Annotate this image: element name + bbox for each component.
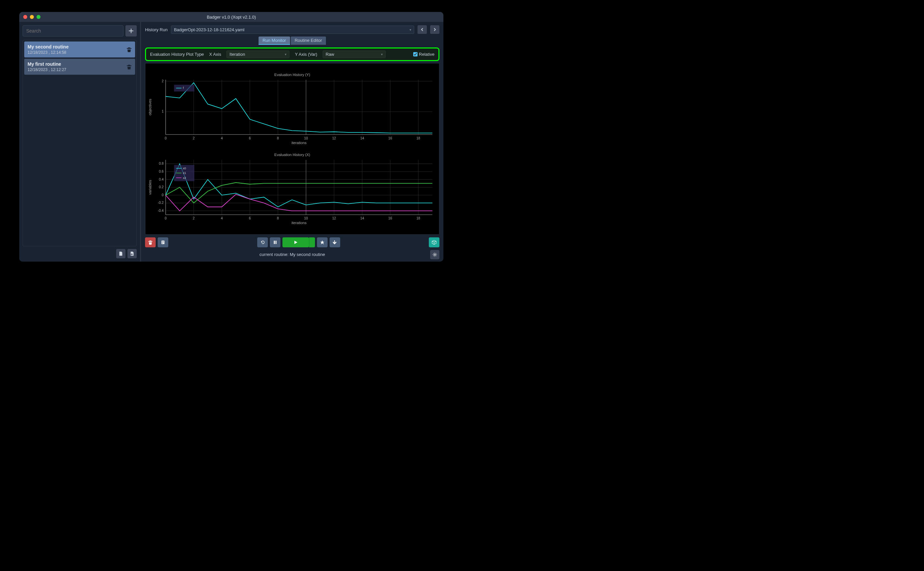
svg-text:variables: variables (148, 180, 152, 194)
plot-controls: Evaluation History Plot Type X Axis Iter… (145, 48, 439, 61)
monitor-panel: Evaluation History Plot Type X Axis Iter… (145, 48, 439, 248)
svg-text:16: 16 (388, 216, 392, 220)
svg-text:18: 18 (417, 136, 420, 140)
svg-text:6: 6 (249, 216, 251, 220)
history-run-select[interactable]: BadgerOpt-2023-12-18-121624.yaml ▾ (171, 26, 414, 34)
routine-name: My first routine (28, 62, 66, 67)
window-title: Badger v1.0 (Xopt v2.1.0) (19, 15, 444, 20)
svg-text:12: 12 (332, 216, 336, 220)
export-data-button[interactable] (429, 238, 439, 247)
x-axis-label: X Axis (209, 52, 221, 57)
svg-text:x0: x0 (183, 167, 186, 170)
svg-text:18: 18 (417, 216, 420, 220)
chevron-down-icon: ▾ (285, 52, 286, 56)
star-icon (320, 240, 325, 245)
routine-date: 12/18/2023 , 12:12:27 (28, 67, 66, 72)
svg-text:2: 2 (162, 79, 164, 83)
routine-item[interactable]: My first routine 12/18/2023 , 12:12:27 (24, 59, 135, 75)
search-input[interactable] (23, 25, 123, 37)
reset-button[interactable] (257, 238, 268, 247)
svg-text:-0.2: -0.2 (158, 201, 164, 205)
play-icon (293, 240, 298, 245)
svg-text:x1: x1 (183, 171, 186, 174)
status-bar: current routine: My second routine (145, 251, 439, 258)
svg-text:8: 8 (277, 136, 279, 140)
relative-checkbox-input[interactable] (413, 52, 417, 56)
titlebar: Badger v1.0 (Xopt v2.1.0) (19, 12, 444, 22)
pause-icon (273, 240, 277, 244)
routine-item[interactable]: My second routine 12/18/2023 , 12:14:58 (24, 42, 135, 57)
trash-icon (148, 240, 152, 245)
svg-rect-82 (276, 241, 276, 244)
svg-text:4: 4 (221, 216, 223, 220)
svg-text:0.4: 0.4 (159, 177, 164, 181)
svg-text:0.2: 0.2 (159, 185, 164, 189)
history-run-label: History Run (145, 27, 168, 32)
svg-point-83 (434, 254, 436, 255)
tab-run-monitor[interactable]: Run Monitor (259, 37, 290, 45)
file-up-icon (130, 251, 134, 256)
svg-text:2: 2 (193, 136, 195, 140)
relative-checkbox[interactable]: Relative (413, 52, 434, 57)
main-area: My second routine 12/18/2023 , 12:14:58 … (19, 22, 444, 262)
content: History Run BadgerOpt-2023-12-18-121624.… (141, 22, 444, 262)
pause-button[interactable] (270, 238, 280, 247)
plus-icon (128, 28, 134, 34)
svg-text:f: f (183, 86, 184, 90)
arrow-down-icon (333, 240, 337, 245)
export-button[interactable] (116, 249, 125, 258)
run-button[interactable] (282, 238, 309, 247)
svg-rect-81 (274, 241, 275, 244)
svg-text:iterations: iterations (291, 221, 306, 225)
evaluation-history-chart: Evaluation History (Y)02468101214161812i… (145, 63, 439, 235)
delete-run-button[interactable] (145, 238, 156, 247)
svg-text:objectives: objectives (148, 99, 152, 115)
svg-text:Evaluation History (Y): Evaluation History (Y) (274, 73, 310, 77)
svg-text:6: 6 (249, 136, 251, 140)
x-axis-select[interactable]: Iteration▾ (226, 51, 290, 58)
svg-text:16: 16 (388, 136, 392, 140)
svg-text:2: 2 (193, 216, 195, 220)
svg-text:iterations: iterations (291, 141, 306, 145)
svg-text:0: 0 (165, 216, 166, 220)
box-icon (432, 240, 436, 245)
plot-area[interactable]: Evaluation History (Y)02468101214161812i… (145, 63, 439, 235)
log-button[interactable] (158, 238, 168, 247)
y-axis-label: Y Axis (Var) (295, 52, 317, 57)
svg-text:14: 14 (360, 136, 364, 140)
history-prev-button[interactable] (417, 25, 427, 34)
chevron-left-icon (420, 28, 424, 31)
run-options-button[interactable] (309, 238, 315, 247)
svg-text:12: 12 (332, 136, 336, 140)
history-next-button[interactable] (430, 25, 439, 34)
y-axis-select[interactable]: Raw▾ (323, 51, 386, 58)
import-button[interactable] (128, 249, 137, 258)
add-routine-button[interactable] (125, 25, 137, 37)
svg-text:0: 0 (165, 136, 166, 140)
trash-icon[interactable] (126, 64, 132, 69)
chevron-down-icon: ▾ (410, 28, 411, 32)
svg-text:4: 4 (221, 136, 223, 140)
svg-text:Evaluation History (X): Evaluation History (X) (274, 153, 310, 157)
app-window: Badger v1.0 (Xopt v2.1.0) My second rout… (19, 12, 444, 262)
svg-text:x2: x2 (183, 176, 186, 180)
routine-date: 12/18/2023 , 12:14:58 (28, 50, 69, 55)
tab-routine-editor[interactable]: Routine Editor (291, 37, 326, 45)
routine-list: My second routine 12/18/2023 , 12:14:58 … (23, 40, 137, 246)
svg-text:10: 10 (304, 216, 308, 220)
settings-button[interactable] (430, 250, 439, 259)
svg-text:14: 14 (360, 216, 364, 220)
trash-icon[interactable] (126, 47, 132, 52)
jump-button[interactable] (330, 238, 340, 247)
svg-text:0: 0 (162, 193, 164, 197)
gear-icon (433, 252, 437, 257)
plot-type-label: Evaluation History Plot Type (150, 52, 204, 57)
sidebar: My second routine 12/18/2023 , 12:14:58 … (19, 22, 140, 262)
chevron-right-icon (433, 28, 436, 31)
document-icon (161, 240, 165, 245)
svg-text:-0.4: -0.4 (158, 209, 164, 213)
undo-icon (260, 240, 265, 245)
svg-text:10: 10 (304, 136, 308, 140)
svg-text:0.8: 0.8 (159, 162, 164, 165)
favorite-button[interactable] (317, 238, 328, 247)
